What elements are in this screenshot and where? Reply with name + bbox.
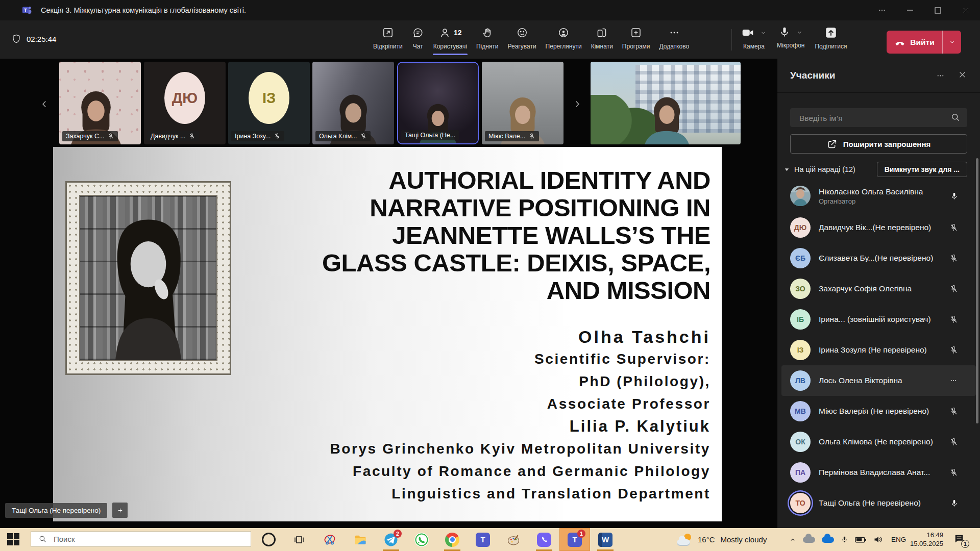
filmstrip-scroll-right-icon[interactable] <box>572 98 583 110</box>
taskbar-app-paint[interactable] <box>498 528 529 551</box>
unpin-icon <box>382 27 394 39</box>
toolbar-item-apps[interactable]: Програми <box>618 25 655 51</box>
taskbar-app-cortana[interactable] <box>253 528 284 551</box>
toolbar-item-view[interactable]: Переглянути <box>541 25 586 51</box>
taskbar-weather[interactable]: 16°C Mostly cloudy <box>677 528 767 551</box>
taskbar-app-taskview[interactable] <box>284 528 314 551</box>
taskbar-app-teams-meeting[interactable]: T1 <box>559 528 590 551</box>
participants-list: Ніколаєнко Ольга ВасилівнаОрганізаторДЮД… <box>777 180 980 518</box>
mute-all-button[interactable]: Вимкнути звук для ... <box>877 162 967 177</box>
leave-button[interactable]: Вийти <box>887 31 961 54</box>
more-options-icon[interactable] <box>948 375 959 386</box>
video-tile[interactable]: ДЮДавидчук ... <box>144 62 226 144</box>
mic-on-icon[interactable] <box>950 191 959 201</box>
avatar: ІЗ <box>790 340 811 360</box>
participant-row[interactable]: ЄБЄлизавета Бу...(Не перевірено) <box>777 243 980 273</box>
taskbar-app-chrome[interactable] <box>437 528 468 551</box>
video-tile[interactable]: Захарчук С... <box>59 62 141 144</box>
maximize-button[interactable] <box>924 0 952 20</box>
close-button[interactable] <box>952 0 980 20</box>
participant-name: Єлизавета Бу...(Не перевірено) <box>819 254 944 263</box>
tray-microphone-icon[interactable] <box>841 535 848 544</box>
mic-off-icon[interactable] <box>949 315 959 324</box>
toolbar-device-camera[interactable]: Камера <box>738 25 770 51</box>
video-tile[interactable]: Тащі Ольга (Не... <box>397 62 479 144</box>
pin-add-button[interactable] <box>112 503 128 518</box>
toolbar-item-people[interactable]: 12Користувачі <box>429 25 472 51</box>
meeting-timer: 02:25:44 <box>11 34 56 44</box>
titlebar-more-icon[interactable] <box>868 0 896 20</box>
toolbar-item-more[interactable]: Додатково <box>655 25 694 51</box>
speaker-icon[interactable] <box>873 535 884 544</box>
participant-row[interactable]: ОКОльга Клімова (Не перевірено) <box>777 427 980 457</box>
language-indicator[interactable]: ENG <box>891 536 906 543</box>
participant-row[interactable]: МВМіюс Валерія (Не перевірено) <box>777 396 980 427</box>
taskbar-clock[interactable]: 16:49 15.05.2025 <box>904 531 943 548</box>
chevron-down-icon[interactable] <box>760 30 767 36</box>
onedrive-blue-cloud-icon[interactable] <box>822 537 834 543</box>
active-speaker-name: Тащі Ольга (Не перевірено) <box>5 503 107 518</box>
filmstrip-scroll-left-icon[interactable] <box>39 98 50 110</box>
participant-row[interactable]: ІЗІрина Зозуля (Не перевірено) <box>777 335 980 365</box>
toolbar-device-label: Мікрофон <box>777 42 804 49</box>
room-camera-tile[interactable] <box>591 62 741 144</box>
mic-off-icon <box>274 133 281 140</box>
taskbar-app-explorer[interactable] <box>345 528 376 551</box>
toolbar-item-label: Програми <box>622 43 650 50</box>
panel-close-icon[interactable] <box>958 70 967 79</box>
taskbar-search-box[interactable] <box>31 531 251 547</box>
chevron-down-icon[interactable] <box>796 29 803 36</box>
mic-off-icon[interactable] <box>949 284 959 294</box>
in-meeting-section: На цій нараді (12) Вимкнути звук для ... <box>784 161 967 178</box>
weather-temp: 16°C <box>698 535 715 544</box>
toolbar-item-smiley[interactable]: Реагувати <box>503 25 541 51</box>
toolbar-device-mic[interactable]: Мікрофон <box>774 25 807 51</box>
participant-row[interactable]: ТОТащі Ольга (Не перевірено) <box>777 488 980 518</box>
panel-scrollbar[interactable] <box>976 158 978 423</box>
taskbar-app-whatsapp[interactable] <box>406 528 437 551</box>
tray-chevron-up-icon[interactable] <box>789 536 796 543</box>
participant-row[interactable]: Ніколаєнко Ольга ВасилівнаОрганізатор <box>777 180 980 212</box>
toolbar-item-unpin[interactable]: Відкріпити <box>369 25 407 51</box>
taskbar-app-viber[interactable] <box>529 528 559 551</box>
taskbar-search-input[interactable] <box>53 534 251 544</box>
taskbar-app-snipping[interactable] <box>314 528 345 551</box>
minimize-button[interactable] <box>896 0 924 20</box>
mic-on-icon[interactable] <box>950 498 959 508</box>
taskbar-app-teams[interactable]: T <box>468 528 498 551</box>
leave-chevron-down-icon[interactable] <box>943 39 961 45</box>
mic-off-icon[interactable] <box>949 437 959 447</box>
participant-row[interactable]: ІБІрина... (зовнішній користувач) <box>777 304 980 335</box>
start-button[interactable] <box>7 533 20 546</box>
mic-off-icon[interactable] <box>949 254 959 263</box>
participant-row[interactable]: ЗОЗахарчук Софія Олегівна <box>777 273 980 304</box>
mic-off-icon[interactable] <box>949 468 959 478</box>
mic-off-icon[interactable] <box>949 407 959 416</box>
participant-search-field[interactable] <box>790 108 967 127</box>
toolbar-item-chat[interactable]: Чат <box>407 25 429 51</box>
mic-off-icon <box>528 133 535 140</box>
slide-body-line: PhD (Philology), <box>330 370 710 393</box>
video-tile[interactable]: ІЗІрина Зозу... <box>228 62 310 144</box>
taskbar-app-telegram[interactable]: 2 <box>376 528 406 551</box>
participant-row[interactable]: ДЮДавидчук Вік...(Не перевірено) <box>777 212 980 243</box>
mic-off-icon[interactable] <box>949 223 959 233</box>
battery-icon[interactable] <box>855 536 867 543</box>
participant-row[interactable]: ПАПермінова Владислава Анат... <box>777 457 980 488</box>
notification-center-button[interactable]: 1 <box>953 534 965 546</box>
onedrive-gray-cloud-icon[interactable] <box>803 537 815 543</box>
video-tile[interactable]: Міюс Вале... <box>482 62 564 144</box>
section-triangle-down-icon[interactable] <box>784 167 790 172</box>
taskbar-app-word[interactable]: W <box>590 528 621 551</box>
share-invite-icon <box>827 139 838 149</box>
participant-row[interactable]: ЛВЛось Олена Вікторівна <box>781 365 976 396</box>
share-invite-button[interactable]: Поширити запрошення <box>790 134 967 154</box>
toolbar-item-rooms[interactable]: Кімнати <box>586 25 618 51</box>
toolbar-item-hand[interactable]: Підняти <box>472 25 503 51</box>
taskbar-search-icon <box>38 535 47 543</box>
mic-off-icon[interactable] <box>949 345 959 355</box>
participant-search-input[interactable] <box>798 108 945 128</box>
toolbar-device-share-screen[interactable]: Поділитися <box>812 25 850 51</box>
panel-more-icon[interactable] <box>936 71 945 81</box>
video-tile[interactable]: Ольга Клім... <box>312 62 394 144</box>
